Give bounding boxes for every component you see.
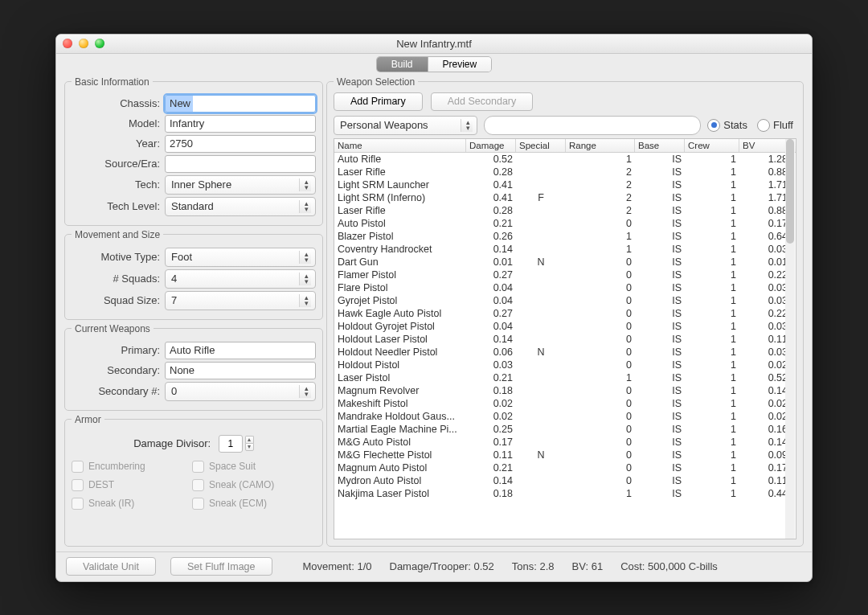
table-row[interactable]: Holdout Gyrojet Pistol0.040IS10.03 <box>334 320 796 333</box>
chassis-input[interactable] <box>165 95 316 113</box>
add-secondary-button[interactable]: Add Secondary <box>431 92 533 111</box>
set-fluff-image-button[interactable]: Set Fluff Image <box>170 557 272 576</box>
squads-select[interactable]: 4▴▾ <box>165 269 316 289</box>
scroll-thumb[interactable] <box>786 139 794 244</box>
damage-divisor-stepper[interactable]: ▴▾ <box>219 435 254 453</box>
table-row[interactable]: Mandrake Holdout Gaus...0.020IS10.02 <box>334 410 796 423</box>
table-row[interactable]: Light SRM Launcher0.412IS11.71 <box>334 178 796 191</box>
minimize-icon[interactable] <box>79 39 88 48</box>
zoom-icon[interactable] <box>95 39 104 48</box>
current-weapons-group: Current Weapons Primary: Secondary: Seco… <box>64 323 323 411</box>
radio-stats[interactable]: Stats <box>707 119 747 132</box>
label-tech: Tech: <box>72 178 160 191</box>
col-range[interactable]: Range <box>566 139 635 152</box>
close-icon[interactable] <box>63 39 72 48</box>
table-row[interactable]: Blazer Pistol0.261IS10.64 <box>334 230 796 243</box>
col-damage[interactable]: Damage <box>466 139 516 152</box>
table-row[interactable]: Laser Rifle0.282IS10.88 <box>334 204 796 217</box>
tab-preview[interactable]: Preview <box>428 57 492 72</box>
table-row[interactable]: Dart Gun0.01N0IS10.01 <box>334 256 796 269</box>
table-row[interactable]: Martial Eagle Machine Pi...0.250IS10.16 <box>334 423 796 436</box>
table-header[interactable]: Name Damage Special Range Base Crew BV <box>334 139 796 153</box>
label-squads: # Squads: <box>72 273 160 285</box>
model-input[interactable] <box>165 115 316 133</box>
tech-level-select[interactable]: Standard▴▾ <box>165 197 316 216</box>
label-primary: Primary: <box>72 344 160 356</box>
damage-divisor-input[interactable] <box>219 435 243 453</box>
table-row[interactable]: M&G Flechette Pistol0.11N0IS10.09 <box>334 449 796 461</box>
weapon-table: Name Damage Special Range Base Crew BV A… <box>334 138 796 539</box>
squad-size-select[interactable]: 7▴▾ <box>165 291 316 310</box>
table-row[interactable]: Flamer Pistol0.270IS10.22 <box>334 269 796 281</box>
table-row[interactable]: Light SRM (Inferno)0.41F2IS11.71 <box>334 191 796 204</box>
table-row[interactable]: Coventry Handrocket0.141IS10.03 <box>334 243 796 256</box>
check-sneak-ecm[interactable]: Sneak (ECM) <box>192 498 313 510</box>
table-row[interactable]: Holdout Needler Pistol0.06N0IS10.03 <box>334 346 796 359</box>
check-encumbering[interactable]: Encumbering <box>72 461 192 473</box>
check-sneak-ir[interactable]: Sneak (IR) <box>72 498 192 510</box>
radio-fluff[interactable]: Fluff <box>757 119 793 132</box>
chevron-updown-icon: ▴▾ <box>305 273 309 285</box>
stat-cost: Cost: 500,000 C-bills <box>620 560 718 572</box>
label-chassis: Chassis: <box>72 97 160 109</box>
check-sneak-camo[interactable]: Sneak (CAMO) <box>192 479 313 491</box>
movement-size-group: Movement and Size Motive Type: Foot▴▾ # … <box>64 229 323 320</box>
table-row[interactable]: Nakjima Laser Pistol0.181IS10.44 <box>334 487 796 500</box>
label-damage-divisor: Damage Divisor: <box>133 437 211 449</box>
weapon-selection-legend: Weapon Selection <box>334 76 418 88</box>
tab-build[interactable]: Build <box>377 57 428 72</box>
chevron-updown-icon: ▴▾ <box>305 201 309 212</box>
col-bv[interactable]: BV <box>739 139 791 152</box>
table-row[interactable]: Hawk Eagle Auto Pistol0.270IS10.22 <box>334 307 796 320</box>
weapon-selection-group: Weapon Selection Add Primary Add Seconda… <box>326 76 804 547</box>
table-row[interactable]: Holdout Laser Pistol0.140IS10.11 <box>334 333 796 346</box>
window-title: New Infantry.mtf <box>56 38 812 50</box>
table-body[interactable]: Auto Rifle0.521IS11.28Laser Rifle0.282IS… <box>334 153 796 539</box>
label-secondary-num: Secondary #: <box>72 385 160 397</box>
table-row[interactable]: Auto Rifle0.521IS11.28 <box>334 153 796 166</box>
check-space-suit[interactable]: Space Suit <box>192 461 313 473</box>
label-secondary: Secondary: <box>72 364 160 376</box>
app-window: New Infantry.mtf Build Preview Basic Inf… <box>55 34 813 582</box>
validate-unit-button[interactable]: Validate Unit <box>66 557 156 576</box>
step-down-icon[interactable]: ▾ <box>245 443 254 451</box>
col-base[interactable]: Base <box>635 139 685 152</box>
step-up-icon[interactable]: ▴ <box>245 436 254 443</box>
table-row[interactable]: Magnum Revolver0.180IS10.14 <box>334 384 796 397</box>
primary-weapon-field[interactable] <box>165 342 316 359</box>
chevron-updown-icon: ▴▾ <box>305 252 309 263</box>
table-row[interactable]: Gyrojet Pistol0.040IS10.03 <box>334 294 796 307</box>
weapon-category-select[interactable]: Personal Weapons▴▾ <box>334 116 477 135</box>
scrollbar[interactable] <box>785 139 795 539</box>
radio-on-icon <box>707 119 720 132</box>
stat-movement: Movement: 1/0 <box>303 560 372 572</box>
table-row[interactable]: Holdout Pistol0.030IS10.02 <box>334 359 796 371</box>
source-input[interactable] <box>165 155 316 173</box>
chevron-updown-icon: ▴▾ <box>305 179 309 191</box>
year-input[interactable] <box>165 135 316 153</box>
table-row[interactable]: Mydron Auto Pistol0.140IS10.11 <box>334 474 796 487</box>
weapon-search-input[interactable] <box>484 116 701 135</box>
chevron-updown-icon: ▴▾ <box>305 295 309 306</box>
table-row[interactable]: Laser Rifle0.282IS10.88 <box>334 166 796 178</box>
col-crew[interactable]: Crew <box>685 139 739 152</box>
table-row[interactable]: M&G Auto Pistol0.170IS10.14 <box>334 436 796 449</box>
add-primary-button[interactable]: Add Primary <box>334 92 423 111</box>
armor-legend: Armor <box>72 414 104 425</box>
armor-group: Armor Damage Divisor: ▴▾ Encumbering Spa… <box>64 414 323 547</box>
secondary-num-select[interactable]: 0▴▾ <box>165 382 316 401</box>
table-row[interactable]: Auto Pistol0.210IS10.17 <box>334 217 796 230</box>
label-tech-level: Tech Level: <box>72 200 160 212</box>
tech-select[interactable]: Inner Sphere▴▾ <box>165 175 316 195</box>
stat-bv: BV: 61 <box>572 560 604 572</box>
table-row[interactable]: Magnum Auto Pistol0.210IS10.17 <box>334 461 796 474</box>
table-row[interactable]: Makeshift Pistol0.020IS10.02 <box>334 397 796 410</box>
current-weapons-legend: Current Weapons <box>72 323 154 334</box>
motive-type-select[interactable]: Foot▴▾ <box>165 248 316 267</box>
col-name[interactable]: Name <box>334 139 466 152</box>
col-special[interactable]: Special <box>516 139 566 152</box>
check-dest[interactable]: DEST <box>72 479 192 491</box>
secondary-weapon-field[interactable] <box>165 362 316 379</box>
table-row[interactable]: Laser Pistol0.211IS10.52 <box>334 371 796 384</box>
table-row[interactable]: Flare Pistol0.040IS10.03 <box>334 281 796 294</box>
